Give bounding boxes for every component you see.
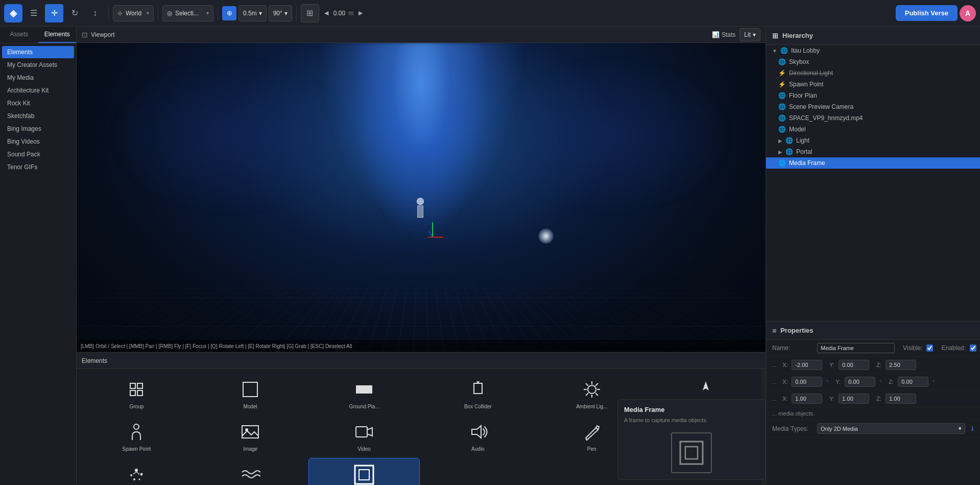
sidebar-item-rock-kit[interactable]: Rock Kit: [2, 97, 74, 109]
media-types-info-icon[interactable]: ℹ: [971, 425, 974, 432]
svg-rect-0: [130, 383, 135, 388]
element-ground-plane[interactable]: Ground Pla...: [308, 373, 420, 413]
sidebar-item-my-media[interactable]: My Media: [2, 72, 74, 84]
element-box-collider[interactable]: Box Collider: [422, 373, 534, 413]
svg-rect-5: [356, 385, 372, 394]
stats-button[interactable]: 📊 Stats: [712, 31, 735, 38]
hier-floor-plan[interactable]: 🌐 Floor Plan: [766, 90, 980, 101]
media-types-caret: ▾: [959, 425, 962, 432]
element-spawn-point[interactable]: Spawn Point: [81, 415, 193, 456]
svg-point-24: [130, 474, 132, 476]
snap-icon-btn[interactable]: ⊕: [222, 6, 236, 20]
pos-y-input[interactable]: [839, 360, 869, 370]
element-water[interactable]: Water: [195, 458, 306, 485]
world-icon-itau: 🌐: [780, 47, 788, 54]
element-video[interactable]: Video: [308, 415, 420, 456]
media-frame-hier-icon: 🌐: [778, 159, 786, 167]
hier-spawn-point[interactable]: ⚡ Spawn Point: [766, 79, 980, 90]
assets-list: Elements My Creator Assets My Media Arch…: [0, 43, 76, 485]
viewport-canvas: [77, 43, 766, 352]
tab-assets[interactable]: Assets: [0, 27, 38, 43]
snap-distance-dropdown[interactable]: 0.5m ▾: [238, 5, 267, 21]
move-tool-button[interactable]: ✛: [45, 4, 63, 22]
prop-desc-text: ... media objects.: [772, 410, 974, 417]
hier-space-vp9[interactable]: 🌐 SPACE_VP9_hnmzyd.mp4: [766, 112, 980, 124]
element-particle[interactable]: Particle: [81, 458, 193, 485]
sidebar-item-elements[interactable]: Elements: [2, 46, 74, 58]
grid-unit: m: [348, 10, 353, 17]
lit-dropdown[interactable]: Lit ▾: [739, 28, 760, 41]
viewport-hints: [LMB] Orbit / Select | [MMB] Pan | [RMB]…: [77, 340, 766, 352]
water-icon: [238, 462, 262, 485]
rot-x-input[interactable]: [792, 377, 822, 387]
audio-icon: [466, 420, 490, 444]
hier-label-light: Light: [796, 137, 809, 144]
rot-z-input[interactable]: [898, 377, 928, 387]
hier-portal[interactable]: ▶ 🌐 Portal: [766, 146, 980, 157]
refresh-button[interactable]: ↻: [65, 4, 84, 22]
grid-decrement-button[interactable]: ◀: [321, 5, 331, 21]
tab-elements[interactable]: Elements: [38, 27, 77, 43]
pos-y-label: Y:: [829, 362, 834, 368]
snap-angle-dropdown[interactable]: 90° ▾: [269, 5, 292, 21]
divider-4: [296, 6, 297, 20]
world-dropdown[interactable]: ⊹ World ▾: [113, 5, 154, 21]
grid-toggle-button[interactable]: ⊞: [301, 4, 319, 22]
hier-label-skybox: Skybox: [789, 58, 809, 65]
hier-light[interactable]: ▶ 🌐 Light: [766, 135, 980, 146]
grid-increment-button[interactable]: ▶: [355, 5, 366, 21]
property-rotation-row: ... X: ° Y: ° Z: °: [766, 374, 980, 390]
enabled-checkbox[interactable]: [970, 344, 976, 352]
hier-media-frame[interactable]: 🌐 Media Frame: [766, 157, 980, 169]
box-collider-icon: [466, 377, 490, 402]
property-name-row: Name: Visible: Enabled:: [766, 340, 980, 357]
svg-rect-2: [130, 390, 135, 396]
lit-label: Lit: [744, 31, 751, 38]
scale-y-input[interactable]: [839, 394, 869, 404]
hier-model[interactable]: 🌐 Model: [766, 124, 980, 135]
viewport-3d[interactable]: [LMB] Orbit / Select | [MMB] Pan | [RMB]…: [77, 43, 766, 352]
element-media-frame[interactable]: Media Frame: [308, 458, 420, 485]
name-input[interactable]: [817, 343, 895, 353]
sidebar-item-my-creator-assets[interactable]: My Creator Assets: [2, 59, 74, 71]
hier-label-itau-lobby: Itau Lobby: [791, 47, 820, 54]
hier-skybox[interactable]: 🌐 Skybox: [766, 56, 980, 67]
scale-z-label: Z:: [876, 396, 881, 402]
sidebar-item-architecture-kit[interactable]: Architecture Kit: [2, 84, 74, 97]
user-avatar[interactable]: A: [960, 5, 976, 21]
pen-icon: [580, 420, 604, 444]
scale-z-input[interactable]: [886, 394, 916, 404]
scale-x-input[interactable]: [792, 394, 822, 404]
media-types-dropdown[interactable]: Only 2D Media ▾: [817, 423, 965, 434]
media-types-value: Only 2D Media: [821, 426, 858, 432]
elements-panel: Elements Group Model: [77, 352, 766, 485]
directional-light-icon: ⚡: [778, 70, 786, 77]
element-audio[interactable]: Audio: [422, 415, 534, 456]
selection-dropdown[interactable]: ◎ Selecti... ▾: [162, 5, 213, 21]
expand-arrow-portal: ▶: [778, 149, 782, 155]
visible-checkbox[interactable]: [926, 344, 933, 352]
sidebar-item-sketchfab[interactable]: Sketchfab: [2, 110, 74, 122]
svg-line-21: [586, 435, 589, 438]
sidebar-item-tenor-gifs[interactable]: Tenor GIFs: [2, 161, 74, 173]
app-logo[interactable]: ◈: [4, 4, 22, 22]
hier-scene-preview[interactable]: 🌐 Scene Preview Camera: [766, 101, 980, 112]
element-model[interactable]: Model: [195, 373, 306, 413]
sidebar-item-bing-videos[interactable]: Bing Videos: [2, 135, 74, 148]
publish-verse-button[interactable]: Publish Verse: [896, 5, 958, 21]
rot-z-deg: °: [933, 379, 935, 385]
rot-y-input[interactable]: [845, 377, 875, 387]
arrow-up-button[interactable]: ↕: [86, 4, 104, 22]
rot-row-icon: ...: [772, 379, 776, 385]
element-image[interactable]: Image: [195, 415, 306, 456]
pos-z-input[interactable]: [886, 360, 916, 370]
hier-directional-light[interactable]: ⚡ Directional Light: [766, 67, 980, 79]
hier-itau-lobby[interactable]: ▼ 🌐 Itau Lobby: [766, 45, 980, 56]
element-group[interactable]: Group: [81, 373, 193, 413]
sidebar-item-bing-images[interactable]: Bing Images: [2, 123, 74, 135]
sidebar-item-sound-pack[interactable]: Sound Pack: [2, 148, 74, 160]
visible-label: Visible:: [903, 344, 922, 352]
pos-x-input[interactable]: [792, 360, 822, 370]
light-hier-icon: 🌐: [785, 137, 793, 144]
menu-button[interactable]: ☰: [25, 4, 43, 22]
